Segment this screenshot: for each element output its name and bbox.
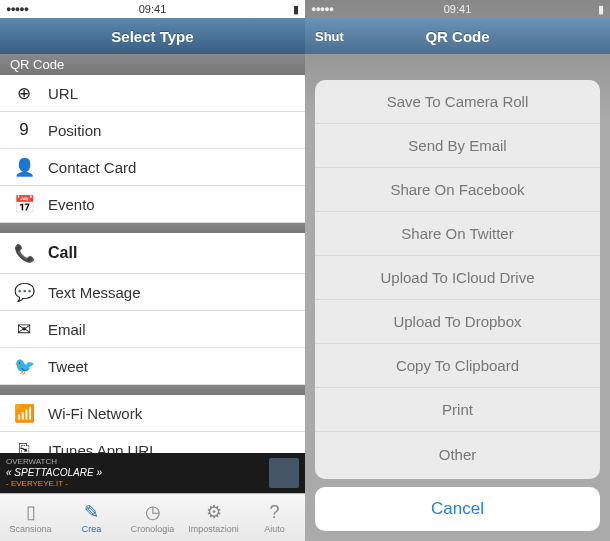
nav-header: Shut QR Code (305, 18, 610, 54)
section-divider (0, 223, 305, 233)
tab-label: Aiuto (264, 524, 285, 534)
screen-share-sheet: ●●●●● 09:41 ▮ Shut QR Code Save To Camer… (305, 0, 610, 541)
option-share-twitter[interactable]: Share On Twitter (315, 212, 600, 256)
option-print[interactable]: Print (315, 388, 600, 432)
item-position[interactable]: 9 Position (0, 112, 305, 149)
gear-icon: ⚙ (206, 501, 222, 523)
position-icon: 9 (12, 120, 36, 140)
screen-select-type: ●●●●● 09:41 ▮ Select Type QR Code ⊕ URL … (0, 0, 305, 541)
signal-icon: ●●●●● (311, 4, 333, 14)
status-bar: ●●●●● 09:41 ▮ (305, 0, 610, 18)
item-label: ITunes App URL (48, 442, 158, 454)
history-icon: ◷ (145, 501, 161, 523)
battery-icon: ▮ (598, 3, 604, 16)
item-wifi[interactable]: 📶 Wi-Fi Network (0, 395, 305, 432)
contact-icon: 👤 (12, 157, 36, 178)
tab-bar: ▯ Scansiona ✎ Crea ◷ Cronologia ⚙ Impost… (0, 493, 305, 541)
tab-label: Impostazioni (188, 524, 239, 534)
tab-help[interactable]: ? Aiuto (244, 494, 305, 541)
tab-settings[interactable]: ⚙ Impostazioni (183, 494, 244, 541)
wifi-icon: 📶 (12, 403, 36, 424)
nav-back-button[interactable]: Shut (315, 29, 344, 44)
item-itunes-url[interactable]: ⎘ ITunes App URL (0, 432, 305, 453)
status-time: 09:41 (139, 3, 167, 15)
option-send-email[interactable]: Send By Email (315, 124, 600, 168)
item-label: Contact Card (48, 159, 136, 176)
item-label: Position (48, 122, 101, 139)
cancel-button[interactable]: Cancel (315, 487, 600, 531)
status-bar: ●●●●● 09:41 ▮ (0, 0, 305, 18)
item-label: Text Message (48, 284, 141, 301)
item-tweet[interactable]: 🐦 Tweet (0, 348, 305, 385)
ad-thumbnail (269, 458, 299, 488)
option-share-facebook[interactable]: Share On Facebook (315, 168, 600, 212)
scan-icon: ▯ (26, 501, 36, 523)
item-label: Wi-Fi Network (48, 405, 142, 422)
tab-scan[interactable]: ▯ Scansiona (0, 494, 61, 541)
item-call[interactable]: 📞 Call (0, 233, 305, 274)
compass-icon: ⊕ (12, 83, 36, 104)
item-contact-card[interactable]: 👤 Contact Card (0, 149, 305, 186)
calendar-icon: 📅 (12, 194, 36, 215)
option-copy-clipboard[interactable]: Copy To Clipboard (315, 344, 600, 388)
item-email[interactable]: ✉ Email (0, 311, 305, 348)
sheet-options: Save To Camera Roll Send By Email Share … (315, 80, 600, 479)
tab-label: Cronologia (131, 524, 175, 534)
item-event[interactable]: 📅 Evento (0, 186, 305, 223)
item-label: URL (48, 85, 78, 102)
section-header-qr: QR Code (0, 54, 305, 75)
create-icon: ✎ (84, 501, 99, 523)
section-divider (0, 385, 305, 395)
tab-label: Scansiona (9, 524, 51, 534)
tab-history[interactable]: ◷ Cronologia (122, 494, 183, 541)
battery-icon: ▮ (293, 3, 299, 16)
email-icon: ✉ (12, 319, 36, 340)
option-upload-icloud[interactable]: Upload To ICloud Drive (315, 256, 600, 300)
type-list: QR Code ⊕ URL 9 Position 👤 Contact Card … (0, 54, 305, 453)
nav-title: QR Code (425, 28, 489, 45)
nav-header: Select Type (0, 18, 305, 54)
item-label: Evento (48, 196, 95, 213)
tab-create[interactable]: ✎ Crea (61, 494, 122, 541)
item-text-message[interactable]: 💬 Text Message (0, 274, 305, 311)
status-time: 09:41 (444, 3, 472, 15)
twitter-icon: 🐦 (12, 356, 36, 377)
item-label: Tweet (48, 358, 88, 375)
ad-banner[interactable]: OVERWATCH « SPETTACOLARE » - EVERYEYE.IT… (0, 453, 305, 493)
ad-title: OVERWATCH (6, 457, 102, 467)
ad-site: - EVERYEYE.IT - (6, 479, 102, 489)
action-sheet: Save To Camera Roll Send By Email Share … (315, 80, 600, 531)
signal-icon: ●●●●● (6, 4, 28, 14)
option-save-camera-roll[interactable]: Save To Camera Roll (315, 80, 600, 124)
tab-label: Crea (82, 524, 102, 534)
item-label: Call (48, 244, 77, 262)
item-url[interactable]: ⊕ URL (0, 75, 305, 112)
option-other[interactable]: Other (315, 432, 600, 476)
nav-title: Select Type (111, 28, 193, 45)
phone-icon: 📞 (12, 243, 36, 264)
itunes-icon: ⎘ (12, 440, 36, 453)
message-icon: 💬 (12, 282, 36, 303)
help-icon: ? (269, 502, 279, 523)
ad-quote: « SPETTACOLARE » (6, 467, 102, 479)
item-label: Email (48, 321, 86, 338)
option-upload-dropbox[interactable]: Upload To Dropbox (315, 300, 600, 344)
ad-text: OVERWATCH « SPETTACOLARE » - EVERYEYE.IT… (6, 457, 102, 488)
